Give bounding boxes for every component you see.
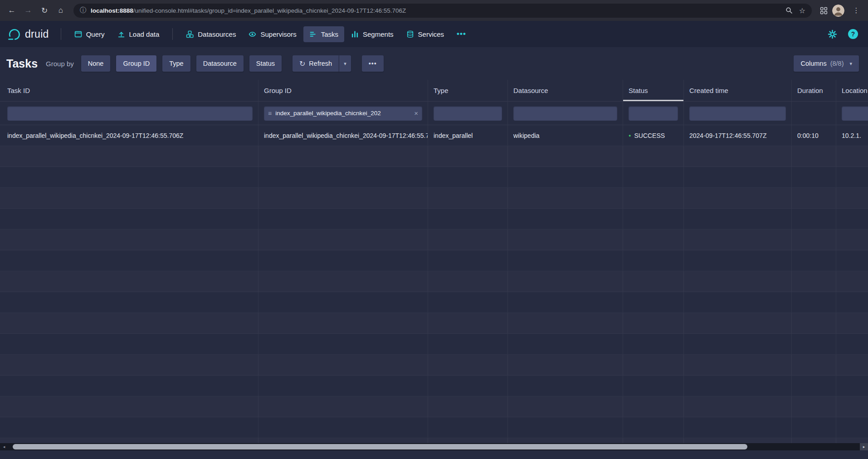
type-filter-input[interactable] bbox=[434, 106, 502, 121]
nav-item-datasources[interactable]: Datasources bbox=[180, 26, 242, 42]
empty-cell bbox=[792, 167, 836, 187]
nav-item-query[interactable]: Query bbox=[68, 26, 111, 42]
group-by-status-button[interactable]: Status bbox=[249, 55, 282, 72]
empty-cell bbox=[258, 188, 428, 208]
empty-cell bbox=[0, 230, 258, 250]
created-time-filter-input[interactable] bbox=[689, 106, 786, 121]
profile-avatar[interactable] bbox=[832, 5, 844, 17]
group-by-type-button[interactable]: Type bbox=[162, 55, 190, 72]
druid-logo[interactable]: druid bbox=[7, 27, 49, 41]
empty-cell bbox=[836, 376, 868, 396]
datasources-icon bbox=[186, 30, 194, 38]
col-header-duration[interactable]: Duration bbox=[792, 80, 836, 101]
url-bar[interactable]: ⓘ localhost:8888/unified-console.html#ta… bbox=[73, 4, 812, 18]
scrollbar-thumb[interactable] bbox=[13, 444, 747, 449]
empty-table-row bbox=[0, 271, 868, 292]
nav-item-tasks[interactable]: Tasks bbox=[303, 26, 344, 42]
extensions-icon[interactable] bbox=[820, 7, 828, 15]
settings-gear-icon[interactable] bbox=[828, 29, 837, 39]
back-icon[interactable]: ← bbox=[5, 3, 19, 18]
refresh-dropdown-button[interactable]: ▾ bbox=[339, 55, 351, 72]
empty-cell bbox=[836, 355, 868, 375]
empty-cell bbox=[684, 438, 792, 443]
browser-menu-icon[interactable]: ⋮ bbox=[849, 3, 863, 18]
empty-cell bbox=[623, 209, 684, 229]
col-header-type[interactable]: Type bbox=[428, 80, 508, 101]
nav-item-segments[interactable]: Segments bbox=[345, 26, 400, 42]
columns-count: (8/8) bbox=[830, 60, 844, 67]
filter-cell bbox=[0, 102, 258, 125]
nav-more-button[interactable]: ••• bbox=[451, 25, 472, 43]
col-header-group-id[interactable]: Group ID bbox=[258, 80, 428, 101]
nav-divider bbox=[172, 28, 173, 40]
empty-cell bbox=[836, 230, 868, 250]
nav-item-services[interactable]: Services bbox=[400, 26, 450, 42]
scroll-right-button[interactable]: ▸ bbox=[860, 443, 868, 450]
empty-cell bbox=[623, 313, 684, 333]
group-id-filter-value: index_parallel_wikipedia_chicnkei_202 bbox=[275, 110, 410, 117]
empty-cell bbox=[792, 313, 836, 333]
empty-cell bbox=[258, 376, 428, 396]
datasource-filter-input[interactable] bbox=[513, 106, 617, 121]
forward-icon[interactable]: → bbox=[21, 3, 35, 18]
more-dots-icon: ••• bbox=[457, 29, 466, 39]
empty-cell bbox=[623, 230, 684, 250]
group-by-datasource-button[interactable]: Datasource bbox=[196, 55, 244, 72]
filter-row: ≡ index_parallel_wikipedia_chicnkei_202 … bbox=[0, 102, 868, 125]
empty-cell bbox=[0, 271, 258, 292]
site-info-icon[interactable]: ⓘ bbox=[80, 6, 86, 15]
col-header-created-time[interactable]: Created time bbox=[684, 80, 792, 101]
reload-icon[interactable]: ↻ bbox=[37, 3, 52, 18]
empty-cell bbox=[428, 438, 508, 443]
group-id-filter[interactable]: ≡ index_parallel_wikipedia_chicnkei_202 … bbox=[264, 106, 422, 121]
empty-cell bbox=[792, 250, 836, 271]
help-icon[interactable]: ? bbox=[848, 29, 858, 39]
empty-table-row bbox=[0, 230, 868, 250]
query-icon bbox=[74, 30, 82, 38]
status-filter-input[interactable] bbox=[629, 106, 678, 121]
bottom-strip bbox=[0, 450, 868, 459]
empty-cell bbox=[428, 167, 508, 187]
database-icon bbox=[406, 30, 414, 38]
scrollbar-track[interactable] bbox=[8, 443, 860, 450]
horizontal-scrollbar[interactable]: ◂ ▸ bbox=[0, 443, 868, 450]
group-by-none-button[interactable]: None bbox=[81, 55, 111, 72]
type-cell: index_parallel bbox=[428, 125, 508, 146]
bookmark-star-icon[interactable]: ☆ bbox=[799, 6, 805, 15]
task-id-cell[interactable]: index_parallel_wikipedia_chicnkei_2024-0… bbox=[0, 125, 258, 146]
filter-cell bbox=[508, 102, 623, 125]
empty-table-row bbox=[0, 438, 868, 443]
zoom-icon[interactable] bbox=[785, 7, 793, 14]
empty-cell bbox=[258, 250, 428, 271]
columns-button[interactable]: Columns (8/8) ▾ bbox=[794, 55, 859, 72]
status-text: SUCCESS bbox=[634, 132, 665, 139]
scroll-left-button[interactable]: ◂ bbox=[0, 443, 8, 450]
empty-cell bbox=[792, 209, 836, 229]
col-header-status[interactable]: Status bbox=[623, 80, 684, 101]
empty-cell bbox=[0, 250, 258, 271]
col-header-datasource[interactable]: Datasource bbox=[508, 80, 623, 101]
task-row[interactable]: index_parallel_wikipedia_chicnkei_2024-0… bbox=[0, 125, 868, 146]
created-time-cell: 2024-09-17T12:46:55.707Z bbox=[684, 125, 792, 146]
view-more-button[interactable]: ••• bbox=[362, 55, 384, 72]
empty-cell bbox=[836, 146, 868, 166]
col-header-task-id[interactable]: Task ID bbox=[0, 80, 258, 101]
empty-cell bbox=[428, 417, 508, 438]
refresh-button[interactable]: ↻ Refresh bbox=[293, 55, 339, 72]
clear-filter-icon[interactable]: × bbox=[414, 109, 418, 117]
empty-cell bbox=[684, 292, 792, 313]
empty-table-row bbox=[0, 188, 868, 209]
home-icon[interactable]: ⌂ bbox=[54, 3, 68, 18]
empty-cell bbox=[836, 250, 868, 271]
empty-cell bbox=[684, 230, 792, 250]
nav-item-supervisors[interactable]: Supervisors bbox=[243, 26, 302, 42]
col-header-location[interactable]: Location bbox=[836, 80, 868, 101]
location-filter-input[interactable] bbox=[842, 106, 868, 121]
empty-table-row bbox=[0, 209, 868, 230]
group-by-group-id-button[interactable]: Group ID bbox=[116, 55, 156, 72]
empty-cell bbox=[508, 167, 623, 187]
empty-cell bbox=[0, 209, 258, 229]
empty-cell bbox=[258, 167, 428, 187]
nav-item-load-data[interactable]: Load data bbox=[112, 26, 166, 42]
task-id-filter-input[interactable] bbox=[7, 106, 253, 121]
